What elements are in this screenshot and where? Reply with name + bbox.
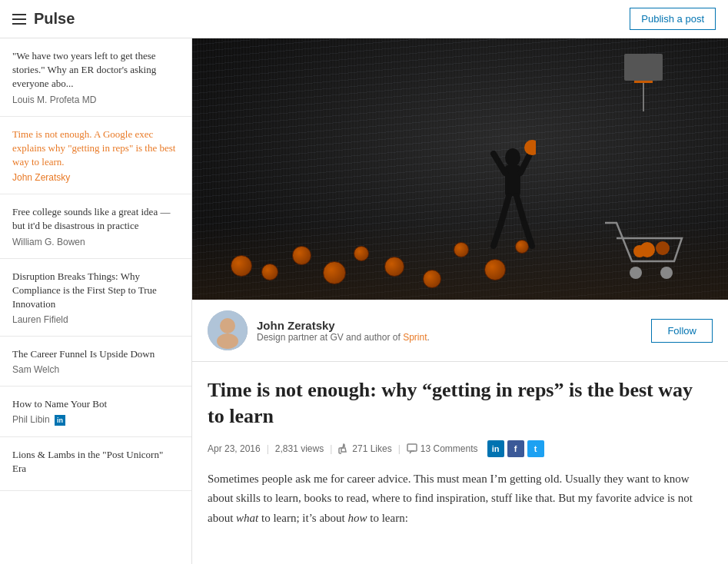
svg-point-8 <box>524 140 536 155</box>
meta-separator-3: | <box>398 443 401 454</box>
comments-count: 13 Comments <box>421 443 478 454</box>
avatar <box>208 310 248 350</box>
twitter-share-icon[interactable]: t <box>527 440 544 457</box>
basketball-9 <box>484 259 506 280</box>
sidebar-item-title: "We have two years left to get these sto… <box>12 49 179 91</box>
publish-post-button[interactable]: Publish a post <box>630 8 716 30</box>
basketball-4 <box>323 261 346 284</box>
sidebar-item-1[interactable]: "We have two years left to get these sto… <box>0 38 191 117</box>
body-text-part3: to learn: <box>367 512 408 524</box>
svg-line-6 <box>494 223 501 246</box>
basketball-3 <box>292 246 311 265</box>
body-text-part2: to learn; it’s about <box>258 512 347 524</box>
svg-rect-14 <box>624 54 663 81</box>
views-count: 2,831 views <box>275 443 324 454</box>
article-title: Time is not enough: why “getting in reps… <box>208 377 713 430</box>
meta-separator-1: | <box>267 443 269 454</box>
hero-scene <box>192 38 728 300</box>
svg-rect-1 <box>505 165 520 196</box>
sidebar: "We have two years left to get these sto… <box>0 38 192 564</box>
basketball-5 <box>354 246 369 261</box>
svg-rect-20 <box>407 444 417 451</box>
article-likes: 271 Likes <box>338 443 391 454</box>
article-body-text: Sometimes people ask me for career advic… <box>208 469 713 529</box>
svg-rect-15 <box>634 81 653 83</box>
article-body: Time is not enough: why “getting in reps… <box>192 362 728 551</box>
svg-line-2 <box>494 154 505 173</box>
sidebar-item-2[interactable]: Time is not enough. A Google exec explai… <box>0 117 191 195</box>
svg-line-7 <box>524 223 532 246</box>
header: Pulse Publish a post <box>0 0 728 38</box>
likes-count: 271 Likes <box>352 443 391 454</box>
header-left: Pulse <box>12 10 75 28</box>
sidebar-item-author: Sam Welch <box>12 364 179 375</box>
svg-point-0 <box>505 148 520 167</box>
thumbs-up-icon <box>338 443 349 454</box>
author-name: John Zeratsky <box>257 319 651 332</box>
basketball-7 <box>423 270 441 288</box>
sidebar-item-title: Lions & Lambs in the "Post Unicorn" Era <box>12 448 179 476</box>
sidebar-item-4[interactable]: Disruption Breaks Things: Why Compliance… <box>0 259 191 337</box>
sidebar-item-author: Phil Libin in <box>12 414 179 426</box>
article-views: 2,831 views <box>275 443 324 454</box>
author-description: Design partner at GV and author of Sprin… <box>257 332 651 343</box>
body-italic2: how <box>348 512 367 524</box>
sidebar-item-7[interactable]: Lions & Lambs in the "Post Unicorn" Era <box>0 437 191 490</box>
sidebar-item-title: How to Name Your Bot <box>12 397 179 411</box>
basketball-hoop <box>620 54 667 131</box>
main-content: John Zeratsky Design partner at GV and a… <box>192 38 728 564</box>
article-meta: Apr 23, 2016 | 2,831 views | 271 Likes | <box>208 440 713 457</box>
basketball-1 <box>231 255 252 277</box>
svg-line-5 <box>517 196 524 223</box>
author-desc-prefix: Design partner at GV and author of <box>257 332 403 343</box>
page-layout: "We have two years left to get these sto… <box>0 38 728 564</box>
sidebar-item-title: Disruption Breaks Things: Why Compliance… <box>12 270 179 312</box>
basketball-6 <box>384 257 404 277</box>
svg-point-12 <box>656 241 670 255</box>
comment-icon <box>407 443 417 454</box>
sidebar-item-author: Lauren Fifield <box>12 314 179 325</box>
pulse-logo: Pulse <box>34 10 75 28</box>
sprint-link[interactable]: Sprint <box>403 332 427 343</box>
meta-separator-2: | <box>330 443 332 454</box>
sidebar-item-author: William G. Bowen <box>12 237 179 247</box>
linkedin-share-icon[interactable]: in <box>487 440 504 457</box>
sidebar-item-author: John Zeratsky <box>12 172 179 183</box>
author-bar: John Zeratsky Design partner at GV and a… <box>192 300 728 362</box>
facebook-share-icon[interactable]: f <box>507 440 524 457</box>
sidebar-item-title: The Career Funnel Is Upside Down <box>12 347 179 361</box>
sidebar-item-title: Time is not enough. A Google exec explai… <box>12 128 179 170</box>
svg-point-9 <box>630 267 642 279</box>
article-date: Apr 23, 2016 <box>208 443 261 454</box>
sidebar-item-author: Louis M. Profeta MD <box>12 95 179 105</box>
linkedin-badge-icon: in <box>55 415 65 426</box>
svg-line-4 <box>501 196 509 223</box>
sidebar-item-title: Free college sounds like a great idea — … <box>12 205 179 233</box>
svg-point-19 <box>217 333 238 349</box>
article-comments: 13 Comments <box>407 443 478 454</box>
follow-button[interactable]: Follow <box>651 319 713 343</box>
body-italic1: what <box>236 512 258 524</box>
shopping-cart-icon <box>597 215 690 284</box>
player-silhouette <box>490 138 536 261</box>
sidebar-item-5[interactable]: The Career Funnel Is Upside Down Sam Wel… <box>0 337 191 387</box>
basketball-2 <box>261 264 278 280</box>
sidebar-item-6[interactable]: How to Name Your Bot Phil Libin in <box>0 387 191 437</box>
social-share-icons: in f t <box>487 440 544 457</box>
basketball-8 <box>454 242 469 257</box>
svg-point-18 <box>220 318 235 333</box>
sidebar-item-3[interactable]: Free college sounds like a great idea — … <box>0 194 191 258</box>
svg-point-13 <box>633 245 646 257</box>
svg-point-10 <box>660 267 673 279</box>
author-info: John Zeratsky Design partner at GV and a… <box>257 319 651 343</box>
menu-icon[interactable] <box>12 14 26 25</box>
avatar-image <box>208 310 248 350</box>
article-hero-image <box>192 38 728 300</box>
